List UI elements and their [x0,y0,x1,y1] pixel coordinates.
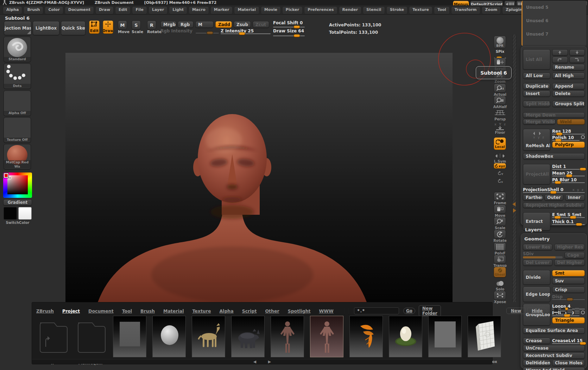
new-folder-button[interactable]: New Folder [419,305,441,316]
tray-scroll-right-icon[interactable]: ▶ [267,359,272,364]
groups-loops-button[interactable]: GroupsLoops [523,304,550,326]
reproject-button[interactable]: Reproject Higher Subdiv [523,202,585,208]
move-up-button[interactable] [552,49,568,56]
duplicate-button[interactable]: Duplicate [523,83,550,89]
divider-collapse-left-icon[interactable] [512,202,516,206]
m-toggle[interactable]: M [195,21,214,28]
rotate-x-button[interactable]: Y [494,170,506,176]
menu-preferences[interactable]: Preferences [304,6,337,14]
move-tool[interactable]: M Move [118,20,129,34]
divider-collapse-right-icon[interactable] [513,208,516,213]
tab-project[interactable]: Project [62,308,80,314]
disp-slider[interactable]: Disp [552,294,585,300]
brush-selector[interactable]: Standard [4,37,31,62]
tab-texture[interactable]: Texture [192,308,211,314]
polygrp-button[interactable]: PolyGrp [552,142,585,148]
layers-palette-header[interactable]: Layers [524,226,542,234]
menu-brush[interactable]: Brush [24,6,43,14]
cage-button[interactable]: Cage [564,252,585,258]
menu-render[interactable]: Render [339,6,362,14]
xpose-button[interactable] [494,291,506,300]
lightbox-forward-icon[interactable] [348,307,349,314]
mean-slider[interactable]: Mean 25 [552,171,585,176]
view-size-1-icon[interactable] [554,308,558,314]
edge-loop-button[interactable]: Edge Loop [523,287,550,302]
shadowbox-button[interactable]: ShadowBox [523,153,585,159]
list-all-button[interactable]: List All [523,49,550,70]
menu-transform[interactable]: Transform [451,6,480,14]
lightbox-item-defaultsphere[interactable]: DefaultSphere.ZP [152,316,186,364]
tab-script[interactable]: Script [242,308,257,314]
close-holes-button[interactable]: Close Holes [552,360,585,366]
menu-movie[interactable]: Movie [261,6,281,14]
insert-button[interactable]: Insert [523,90,550,97]
subtool-slot[interactable]: Unused 7 [523,27,586,41]
groups-split-button[interactable]: Groups Split [552,101,585,107]
lightbox-item-plane[interactable]: Plane.ZPR [428,316,462,364]
color-picker[interactable] [3,173,32,198]
rgb-toggle[interactable]: Rgb [178,21,194,28]
view-size-3-icon[interactable] [568,308,573,314]
tray-scroll-left-icon[interactable]: ◀ [252,359,258,364]
rename-button[interactable]: Rename [552,64,585,70]
floor-button[interactable] [494,126,506,131]
menu-draw[interactable]: Draw [95,6,114,14]
dist-slider[interactable]: Dist 1 [552,164,585,170]
secondary-color-swatch[interactable] [18,207,32,220]
append-button[interactable]: Append [552,83,585,89]
tab-brush[interactable]: Brush [140,308,155,314]
polish-mode-toggle[interactable] [581,135,585,139]
tab-other[interactable]: Other [265,308,279,314]
persp-button[interactable] [494,108,506,117]
divide-button[interactable]: Divide [523,270,550,285]
menu-picker[interactable]: Picker [282,6,303,14]
equalize-button[interactable]: Equalize Surface Area [523,327,585,334]
menu-material[interactable]: Material [234,6,259,14]
menu-marker[interactable]: Marker [210,6,233,14]
lightbox-back-icon[interactable] [344,307,345,314]
triangle-toggle[interactable]: Triangle [552,317,585,324]
lightbox-item-defaultcube[interactable]: DefaultCube.ZPR [113,316,147,364]
lightbox-item-demozsketch[interactable]: DemoZSketchBuc [349,316,383,364]
merge-visible-button[interactable]: Merge Visible [523,119,555,125]
tab-zbrush[interactable]: ZBrush [36,308,54,314]
crease-button[interactable]: Crease [523,338,550,344]
main-color-swatch[interactable] [4,207,17,220]
split-hidden-button[interactable]: Split Hidden [523,101,550,107]
tab-www[interactable]: WWW [319,308,334,314]
lightbox-item-demodog[interactable]: DemoDog.ZPR [192,316,226,364]
lightbox-item-parent[interactable]: .. [36,316,69,365]
stroke-selector[interactable]: Dots [4,63,31,89]
menu-light[interactable]: Light [169,6,187,14]
z-intensity-slider[interactable] [221,33,271,34]
actual-button[interactable]: x1 [494,83,506,93]
lower-res-button[interactable]: Lower Res [523,244,552,250]
shuffle-down-button[interactable] [569,57,585,63]
menu-alpha[interactable]: Alpha [3,6,22,14]
shelf-move-button[interactable] [494,205,506,214]
lightbox-button[interactable]: LightBox [33,21,59,35]
del-higher-button[interactable]: Del Higher [554,259,585,266]
del-lower-button[interactable]: Del Lower [523,259,552,266]
mrgb-toggle[interactable]: Mrgb [160,21,176,28]
menu-zoom[interactable]: Zoom [482,6,501,14]
zcut-toggle[interactable]: Zcut [253,21,269,28]
tab-material[interactable]: Material [163,308,184,314]
tab-tool[interactable]: Tool [122,308,132,314]
menu-tool[interactable]: Tool [434,6,450,14]
rotate-z-button[interactable]: z [494,178,506,183]
rotate-tool[interactable]: R Rotate [147,20,162,34]
menu-color[interactable]: Color [45,6,63,14]
higher-res-button[interactable]: Higher Res [554,244,585,250]
rgb-intensity-slider[interactable] [196,33,219,33]
panel-divider[interactable] [512,35,517,302]
lightbox-item-demotimeline[interactable]: DemoTimeline.ZP [310,316,344,364]
move-down-button[interactable] [569,49,585,56]
draw-size-slider[interactable] [273,36,305,36]
tab-document[interactable]: Document [88,308,114,314]
lightbox-item-demosoldier[interactable]: DemoSoldier.ZPR [271,316,304,364]
go-button[interactable]: Go [403,308,415,314]
res-slider[interactable]: Res 128 [552,129,585,134]
subtool-slot[interactable]: Unused 6 [523,14,586,27]
del-hidden-button[interactable]: DelHidden [523,360,550,366]
